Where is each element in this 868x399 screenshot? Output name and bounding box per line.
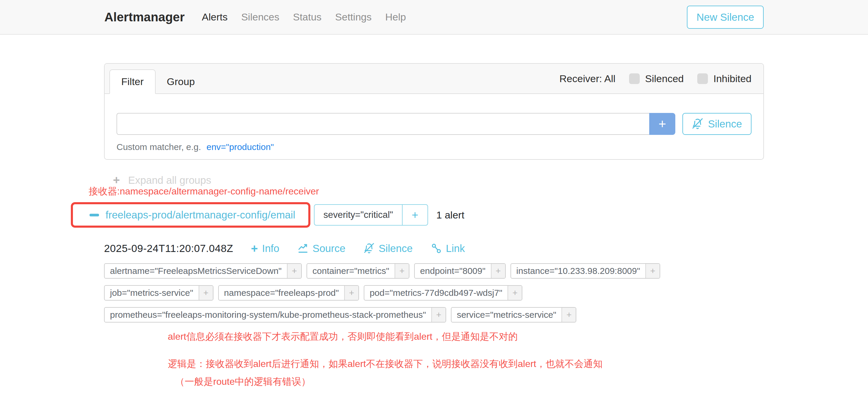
label-chip-add-button[interactable]: + [561,308,576,322]
alert-action-link[interactable]: Link [431,243,465,254]
receiver-filter[interactable]: Receiver: All [559,73,615,85]
helper-text: Custom matcher, e.g. [117,142,201,152]
main-content: FilterGroup Receiver: All SilencedInhibi… [104,63,764,388]
label-chip-add-button[interactable]: + [287,264,301,278]
label-chip-text: pod="metrics-77d9cdb497-wdsj7" [364,286,507,300]
link-icon [431,243,442,254]
alert-count: 1 alert [436,209,465,221]
nav-status[interactable]: Status [293,11,321,23]
label-chip-add-button[interactable]: + [344,286,359,300]
filter-card-header: FilterGroup Receiver: All SilencedInhibi… [105,64,763,94]
label-chip-text: instance="10.233.98.209:8009" [511,264,645,278]
nav-help[interactable]: Help [385,11,406,23]
label-chip-add-button[interactable]: + [491,264,505,278]
group-matcher-add-button[interactable]: + [402,205,428,225]
annotation-receiver-note: 接收器:namespace/altermanager-config-name/r… [89,185,764,198]
alert-action-silence[interactable]: Silence [364,243,413,254]
label-chip-text: prometheus="freeleaps-monitoring-system/… [105,308,431,322]
alert-labels: alertname="FreeleapsMetricsServiceDown"+… [104,263,764,323]
label-chip-add-button[interactable]: + [198,286,213,300]
alert-actions: +InfoSourceSilenceLink [251,243,465,254]
group-matcher-chip: severity="critical" + [314,204,428,225]
alert-action-info[interactable]: +Info [251,243,280,254]
matcher-example-link[interactable]: env="production" [206,142,274,152]
label-chip: pod="metrics-77d9cdb497-wdsj7"+ [364,285,522,301]
tab-filter[interactable]: Filter [110,69,156,94]
filter-card: FilterGroup Receiver: All SilencedInhibi… [104,63,764,160]
top-navbar: Alertmanager AlertsSilencesStatusSetting… [0,0,868,35]
checkbox-label: Silenced [645,73,684,85]
collapse-minus-icon [90,214,99,216]
label-chip: container="metrics"+ [307,263,409,279]
label-chip-add-button[interactable]: + [395,264,409,278]
label-chip-add-button[interactable]: + [431,308,445,322]
label-chip: alertname="FreeleapsMetricsServiceDown"+ [104,263,302,279]
alert-timestamp: 2025-09-24T11:20:07.048Z [104,243,233,254]
filter-card-body: + Silence Custom matcher, e.g. env="prod… [105,94,763,159]
new-silence-button[interactable]: New Silence [687,6,764,29]
nav-items: AlertsSilencesStatusSettingsHelp [202,11,420,23]
annotation-line-2: 逻辑是：接收器收到alert后进行通知，如果alert不在接收器下，说明接收器没… [168,358,764,371]
annotation-line-1: alert信息必须在接收器下才表示配置成功，否则即使能看到alert，但是通知是… [168,330,764,343]
checkbox-inhibited[interactable] [697,73,708,84]
filter-options: Receiver: All SilencedInhibited [559,73,751,85]
label-chip: job="metrics-service"+ [104,285,213,301]
label-chip-add-button[interactable]: + [507,286,522,300]
annotation-highlight-box: freeleaps-prod/alertmanager-config/email [71,202,310,228]
matcher-helper: Custom matcher, e.g. env="production" [117,142,751,152]
group-receiver-button[interactable]: freeleaps-prod/alertmanager-config/email [73,204,308,225]
chart-icon [298,243,308,254]
action-label: Source [312,243,345,254]
checkbox-row-inhibited: Inhibited [697,73,751,85]
app-brand[interactable]: Alertmanager [104,10,185,24]
silence-button-label: Silence [708,118,742,130]
action-label: Silence [378,243,413,254]
filter-tabs: FilterGroup [110,69,206,93]
label-chip: instance="10.233.98.209:8009"+ [510,263,660,279]
nav-silences[interactable]: Silences [241,11,280,23]
tab-group[interactable]: Group [156,70,206,93]
bell-slash-icon [692,118,703,129]
group-receiver-label: freeleaps-prod/alertmanager-config/email [105,209,295,221]
nav-alerts[interactable]: Alerts [202,11,228,23]
checkbox-label: Inhibited [713,73,751,85]
alert-action-source[interactable]: Source [298,243,345,254]
label-chip-text: job="metrics-service" [105,286,198,300]
label-chip-text: endpoint="8009" [415,264,491,278]
annotation-line-3: （一般是route中的逻辑有错误） [175,375,764,388]
matcher-input[interactable] [117,113,649,135]
label-row: job="metrics-service"+namespace="freelea… [104,285,764,301]
alert-group-row: freeleaps-prod/alertmanager-config/email… [71,202,764,228]
silence-button[interactable]: Silence [682,113,751,135]
label-chip: endpoint="8009"+ [414,263,506,279]
label-row: prometheus="freeleaps-monitoring-system/… [104,307,764,323]
label-chip-add-button[interactable]: + [645,264,660,278]
label-chip-text: container="metrics" [307,264,395,278]
label-chip-text: alertname="FreeleapsMetricsServiceDown" [105,264,287,278]
label-row: alertname="FreeleapsMetricsServiceDown"+… [104,263,764,279]
label-chip: prometheus="freeleaps-monitoring-system/… [104,307,446,323]
expand-all-groups-label: Expand all groups [128,174,211,186]
checkbox-silenced[interactable] [629,73,640,84]
checkbox-row-silenced: Silenced [629,73,684,85]
alert-header: 2025-09-24T11:20:07.048Z +InfoSourceSile… [104,243,764,254]
alert-detail: 2025-09-24T11:20:07.048Z +InfoSourceSile… [104,243,764,388]
label-chip-text: service="metrics-service" [452,308,562,322]
label-chip-text: namespace="freeleaps-prod" [219,286,344,300]
bell-slash-icon [364,243,374,254]
nav-settings[interactable]: Settings [335,11,372,23]
group-matcher-label: severity="critical" [314,205,402,225]
action-label: Link [446,243,465,254]
label-chip: service="metrics-service"+ [451,307,577,323]
plus-icon: + [251,243,258,254]
matcher-input-row: + Silence [117,113,751,135]
state-checkboxes: SilencedInhibited [629,73,751,85]
label-chip: namespace="freeleaps-prod"+ [218,285,359,301]
add-matcher-button[interactable]: + [649,113,675,135]
action-label: Info [262,243,279,254]
